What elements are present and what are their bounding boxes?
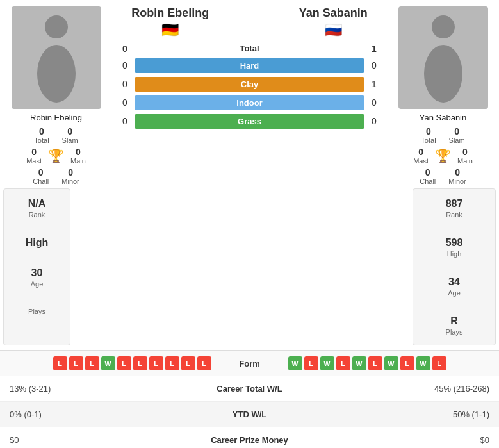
right-stats-panel: 887 Rank 598 High 34 Age R Plays (413, 188, 496, 345)
hard-badge: Hard (135, 58, 364, 73)
right-main-value: 0 (462, 147, 468, 157)
left-mast-value: 0 (31, 147, 37, 157)
total-score-left: 0 (115, 44, 135, 54)
clay-right-score: 1 (364, 79, 384, 89)
form-l2: L (69, 356, 83, 370)
left-high-value: High (26, 237, 49, 249)
right-player-header-name: Yan Sabanin (299, 6, 368, 21)
left-rank-value: N/A (28, 198, 46, 210)
right-minor-label: Minor (448, 178, 466, 185)
hard-right-score: 0 (364, 60, 384, 71)
form-section: L L L W L L L L L L Form W L W L W L W L (0, 350, 499, 448)
right-flag: 🇷🇺 (299, 22, 368, 38)
grass-left-score: 0 (115, 116, 135, 126)
rform-l1: L (304, 356, 318, 370)
total-label: Total (135, 44, 364, 53)
indoor-right-score: 0 (364, 97, 384, 108)
right-ytd-wl: 50% (1-1) (314, 410, 490, 419)
form-l8: L (181, 356, 195, 370)
right-slam-label: Slam (449, 137, 465, 144)
left-player-silhouette (31, 13, 82, 103)
left-slam-value: 0 (67, 126, 72, 137)
left-mast-label: Mast (26, 157, 42, 165)
form-w1: W (101, 356, 115, 370)
form-l6: L (149, 356, 163, 370)
career-wl-label: Career Total W/L (186, 384, 314, 394)
left-main-value: 0 (76, 147, 81, 157)
right-player-card: Yan Sabanin 0 Total 0 Slam 0 Mast 🏆 0 (390, 6, 496, 185)
svg-point-3 (424, 45, 462, 103)
rform-w5: W (416, 356, 430, 370)
right-slam-value: 0 (454, 126, 459, 137)
left-minor-value: 0 (68, 167, 73, 178)
surface-indoor-row: 0 Indoor 0 (109, 94, 390, 112)
left-slam-label: Slam (62, 137, 78, 144)
left-total-value: 0 (39, 126, 44, 137)
right-total-label: Total (421, 137, 436, 144)
right-total-value: 0 (426, 126, 431, 137)
rform-w3: W (352, 356, 366, 370)
grass-badge: Grass (135, 114, 364, 129)
prize-row: $0 Career Prize Money $0 (0, 427, 499, 448)
left-chall-value: 0 (38, 167, 44, 178)
right-mast-value: 0 (418, 147, 423, 157)
left-prize: $0 (10, 435, 186, 445)
right-trophy-icon: 🏆 (435, 148, 451, 163)
left-plays-label: Plays (28, 308, 45, 315)
left-minor-label: Minor (61, 178, 79, 185)
left-main-label: Main (70, 157, 86, 165)
svg-point-0 (45, 15, 68, 38)
right-chall-value: 0 (425, 167, 430, 178)
left-age-value: 30 (31, 267, 43, 279)
right-rank-label: Rank (446, 211, 462, 219)
right-mast-label: Mast (413, 157, 429, 165)
left-ytd-wl: 0% (0-1) (10, 410, 186, 419)
right-plays-label: Plays (446, 328, 463, 336)
indoor-left-score: 0 (115, 97, 135, 108)
left-stats-panel: N/A Rank High 30 Age Plays (3, 188, 70, 345)
form-l3: L (85, 356, 99, 370)
right-high-label: High (447, 250, 462, 258)
clay-badge: Clay (135, 77, 364, 92)
form-l5: L (133, 356, 147, 370)
right-plays-value: R (450, 315, 458, 327)
prize-label: Career Prize Money (186, 435, 314, 445)
left-player-name: Robin Ebeling (30, 113, 82, 122)
center-comparison: Robin Ebeling 🇩🇪 Yan Sabanin 🇷🇺 0 Total … (109, 6, 390, 131)
form-label: Form (211, 359, 288, 369)
form-l4: L (117, 356, 131, 370)
right-age-label: Age (448, 289, 461, 297)
right-player-silhouette (418, 13, 469, 103)
right-player-photo (398, 6, 488, 109)
right-high-value: 598 (446, 237, 463, 249)
right-minor-value: 0 (455, 167, 460, 178)
left-trophy-icon: 🏆 (48, 148, 64, 163)
ytd-wl-label: YTD W/L (186, 410, 314, 419)
rform-w4: W (384, 356, 398, 370)
surface-hard-row: 0 Hard 0 (109, 56, 390, 75)
left-flag: 🇩🇪 (131, 22, 209, 38)
hard-left-score: 0 (115, 60, 135, 71)
rform-l5: L (432, 356, 446, 370)
left-player-card: Robin Ebeling 0 Total 0 Slam 0 Mast 🏆 (3, 6, 109, 185)
left-chall-label: Chall (33, 178, 49, 185)
form-l1: L (53, 356, 67, 370)
left-career-wl: 13% (3-21) (10, 384, 186, 394)
indoor-badge: Indoor (135, 95, 364, 110)
right-chall-label: Chall (420, 178, 436, 185)
rform-w1: W (288, 356, 302, 370)
left-form: L L L W L L L L L L (6, 356, 211, 370)
right-main-label: Main (457, 157, 473, 165)
form-row: L L L W L L L L L L Form W L W L W L W L (0, 351, 499, 376)
surface-clay-row: 0 Clay 1 (109, 75, 390, 94)
right-age-value: 34 (448, 276, 460, 288)
ytd-wl-row: 0% (0-1) YTD W/L 50% (1-1) (0, 402, 499, 427)
left-age-label: Age (31, 280, 44, 288)
left-player-photo (12, 6, 101, 109)
form-l7: L (165, 356, 179, 370)
career-wl-row: 13% (3-21) Career Total W/L 45% (216-268… (0, 376, 499, 402)
rform-w2: W (320, 356, 334, 370)
left-player-header-name: Robin Ebeling (131, 6, 209, 21)
rform-l2: L (336, 356, 350, 370)
rform-l3: L (368, 356, 382, 370)
